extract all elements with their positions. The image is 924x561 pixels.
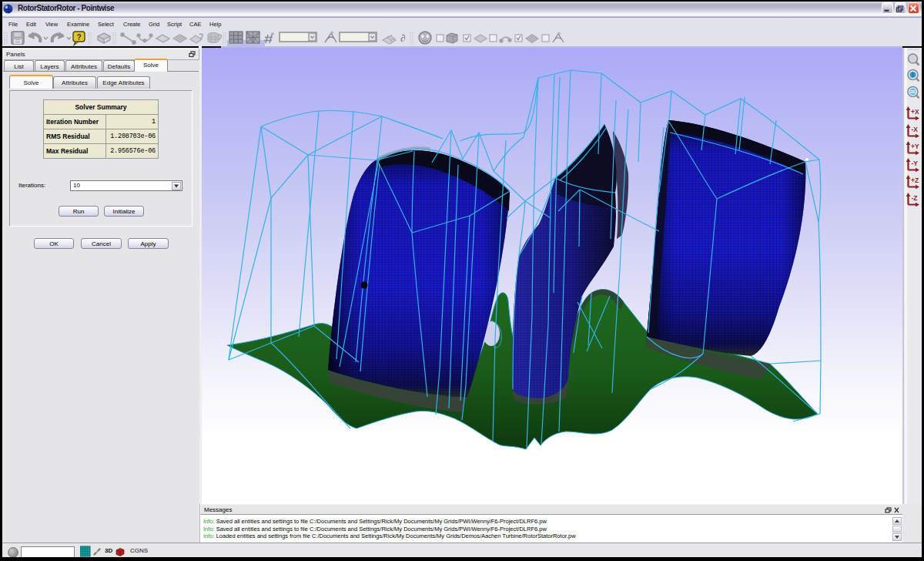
svg-text:-X: -X (912, 126, 919, 133)
svg-text:+X: +X (911, 108, 919, 116)
svg-text:+Z: +Z (911, 176, 919, 184)
svg-text:-Z: -Z (912, 194, 918, 202)
svg-text:+Y: +Y (911, 143, 919, 150)
svg-text:∂: ∂ (400, 32, 405, 44)
svg-text:?: ? (76, 33, 81, 42)
svg-text:-Y: -Y (912, 160, 919, 167)
